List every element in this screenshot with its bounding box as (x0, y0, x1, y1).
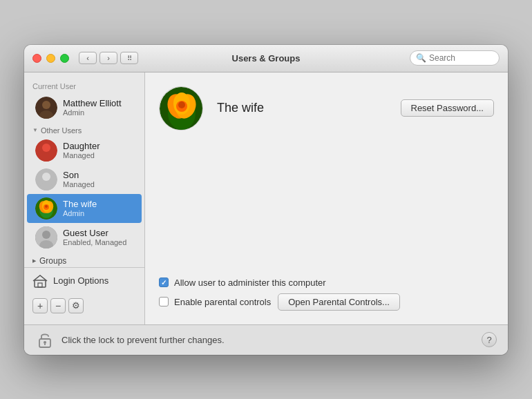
user-role-daughter: Managed (63, 151, 99, 159)
search-input[interactable] (429, 53, 493, 63)
login-options-label: Login Options (53, 275, 108, 286)
sidebar-bottom: Login Options + − ⚙ (24, 267, 144, 318)
other-users-text: Other Users (41, 126, 82, 135)
main-panel: The wife Reset Password... Allow user to… (145, 72, 508, 324)
groups-expand-icon: ▶ (32, 258, 36, 264)
groups-label: Groups (39, 256, 66, 266)
avatar-matthew (35, 97, 57, 119)
house-icon (32, 273, 48, 289)
forward-button[interactable]: › (99, 52, 117, 64)
user-role-matthew: Admin (63, 108, 122, 117)
grid-button[interactable]: ⠿ (120, 52, 138, 64)
user-info-matthew: Matthew Elliott Admin (63, 98, 122, 117)
svg-rect-20 (35, 280, 46, 287)
other-users-label: ▼ Other Users (24, 122, 144, 136)
parental-row: Enable parental controls Open Parental C… (159, 293, 494, 311)
user-name-guest: Guest User (63, 228, 126, 239)
search-box[interactable]: 🔍 (410, 50, 500, 66)
lock-svg (35, 330, 55, 349)
enable-parental-label: Enable parental controls (174, 297, 271, 307)
window: ‹ › ⠿ Users & Groups 🔍 Current User (24, 45, 508, 355)
user-item-guest[interactable]: Guest User Enabled, Managed (27, 223, 142, 252)
lock-label: Click the lock to prevent further change… (61, 335, 225, 345)
user-role-son: Managed (63, 180, 95, 188)
user-role-guest: Enabled, Managed (63, 238, 126, 246)
user-item-matthew[interactable]: Matthew Elliott Admin (27, 93, 142, 122)
current-user-label: Current User (24, 79, 144, 93)
svg-rect-21 (38, 283, 42, 287)
action-buttons: + − ⚙ (24, 294, 144, 318)
search-icon: 🔍 (416, 53, 426, 63)
back-button[interactable]: ‹ (79, 52, 97, 64)
main-user-name: The wife (217, 101, 401, 115)
open-parental-button[interactable]: Open Parental Controls... (278, 293, 400, 311)
user-item-son[interactable]: Son Managed (27, 165, 142, 194)
nav-buttons: ‹ › (79, 52, 117, 64)
bottom-bar: Click the lock to prevent further change… (24, 324, 508, 355)
user-info-guest: Guest User Enabled, Managed (63, 228, 126, 247)
user-header: The wife Reset Password... (159, 86, 494, 130)
traffic-lights (32, 54, 69, 63)
expand-icon: ▼ (32, 127, 38, 133)
allow-admin-label: Allow user to administer this computer (174, 278, 326, 288)
spacer (159, 144, 494, 278)
user-info-wife: The wife Admin (63, 199, 97, 218)
user-item-daughter[interactable]: Daughter Managed (27, 136, 142, 165)
svg-point-4 (42, 144, 50, 152)
content: Current User Matthew Elliott Admin ▼ (24, 72, 508, 324)
user-role-wife: Admin (63, 209, 97, 217)
enable-parental-checkbox[interactable] (159, 297, 169, 306)
allow-admin-checkbox[interactable] (159, 278, 169, 287)
parental-checkbox-row: Enable parental controls (159, 297, 271, 307)
avatar-daughter (35, 139, 57, 162)
user-info-daughter: Daughter Managed (63, 141, 99, 160)
user-name-daughter: Daughter (63, 141, 99, 152)
close-button[interactable] (32, 54, 41, 63)
svg-point-31 (44, 341, 46, 344)
user-name-matthew: Matthew Elliott (63, 98, 122, 109)
titlebar: ‹ › ⠿ Users & Groups 🔍 (24, 45, 508, 72)
help-button[interactable]: ? (482, 332, 497, 347)
user-info-son: Son Managed (63, 170, 95, 189)
svg-point-18 (42, 231, 50, 239)
user-name-wife: The wife (63, 199, 97, 210)
allow-admin-row: Allow user to administer this computer (159, 278, 494, 288)
gear-button[interactable]: ⚙ (68, 298, 84, 313)
svg-point-7 (42, 173, 50, 181)
user-item-wife[interactable]: The wife Admin (27, 194, 142, 223)
avatar-guest (35, 226, 57, 249)
remove-user-button[interactable]: − (50, 298, 66, 313)
lock-icon[interactable] (35, 330, 55, 349)
svg-point-29 (178, 101, 185, 108)
svg-point-16 (45, 205, 48, 208)
user-name-son: Son (63, 170, 95, 181)
svg-point-1 (42, 101, 50, 109)
groups-section[interactable]: ▶ Groups (24, 252, 144, 267)
login-options[interactable]: Login Options (24, 268, 144, 294)
main-avatar (159, 86, 203, 130)
sidebar: Current User Matthew Elliott Admin ▼ (24, 72, 145, 324)
maximize-button[interactable] (60, 54, 69, 63)
reset-password-button[interactable]: Reset Password... (401, 99, 495, 117)
avatar-son (35, 168, 57, 191)
window-title: Users & Groups (232, 53, 301, 64)
avatar-wife (35, 197, 57, 220)
add-user-button[interactable]: + (32, 298, 48, 313)
minimize-button[interactable] (46, 54, 55, 63)
